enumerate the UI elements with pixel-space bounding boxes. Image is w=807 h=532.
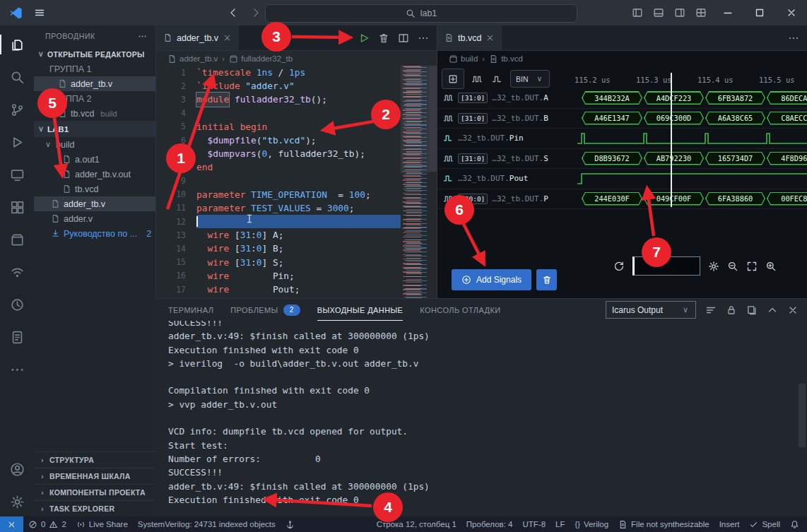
waveform-lane[interactable]: [577, 169, 807, 189]
filter-icon[interactable]: [705, 305, 717, 316]
notifications[interactable]: [785, 516, 804, 532]
lock-icon[interactable]: [726, 305, 737, 316]
refresh-icon[interactable]: [613, 261, 625, 272]
zoom-in-icon[interactable]: [765, 261, 777, 272]
waveform-row[interactable]: [31:0]…32_tb.DUT.BA46E1347069C300DA6A38C…: [437, 109, 807, 129]
breadcrumb[interactable]: build›tb.vcd: [437, 51, 807, 66]
forward-icon[interactable]: [250, 7, 261, 18]
close-tab-icon[interactable]: [485, 33, 495, 42]
sidebar-section[interactable]: ›КОМПОНЕНТЫ ПРОЕКТА: [34, 484, 155, 500]
eol[interactable]: LF: [550, 516, 570, 532]
code-line[interactable]: 9: [156, 175, 401, 188]
code-line[interactable]: 10parameter TIME_OPERATION = 100;: [156, 188, 401, 201]
breadcrumb-item[interactable]: fulladder32_tb: [229, 54, 293, 64]
breadcrumb-item[interactable]: build: [449, 54, 478, 64]
code-line[interactable]: 2`include "adder.v": [156, 79, 401, 93]
customize-layout-icon[interactable]: [695, 7, 707, 18]
remove-signal-button[interactable]: [536, 269, 557, 290]
tree-item[interactable]: adder_tb.v: [34, 196, 155, 211]
minimize-button[interactable]: [712, 0, 743, 25]
problems[interactable]: 02: [23, 516, 71, 532]
maximize-panel-icon[interactable]: [767, 305, 778, 316]
insert-mode[interactable]: Insert: [714, 516, 745, 532]
maximize-button[interactable]: [743, 0, 775, 25]
wave-style-bit-icon[interactable]: [490, 71, 505, 87]
code-line[interactable]: 14 wire [31:0] B;: [156, 242, 401, 255]
code-line[interactable]: 3module fulladder32_tb();: [156, 93, 401, 106]
tree-item[interactable]: ∨build: [34, 137, 155, 152]
activity-timer[interactable]: [0, 288, 34, 321]
add-signals-button[interactable]: Add Signals: [452, 269, 531, 290]
close-window-button[interactable]: [775, 0, 807, 25]
signal-name[interactable]: [31:0]…32_tb.DUT.A: [437, 88, 577, 108]
signal-name[interactable]: …32_tb.DUT.Pout: [437, 169, 577, 189]
wave-style-icon[interactable]: [469, 71, 485, 87]
command-center-search[interactable]: lab1: [265, 4, 577, 23]
waveform-lane[interactable]: 344B232AA4DCF2236FB3A87286DECAD3: [577, 88, 807, 108]
ports[interactable]: [281, 516, 300, 532]
zoom-out-icon[interactable]: [727, 261, 738, 272]
sidebar-more-icon[interactable]: [138, 32, 147, 41]
breadcrumb-item[interactable]: tb.vcd: [489, 54, 523, 64]
signal-name[interactable]: [31:0]…32_tb.DUT.S: [437, 149, 577, 169]
waveform-row[interactable]: …32_tb.DUT.Pin: [437, 129, 807, 149]
panel-tab[interactable]: ВЫХОДНЫЕ ДАННЫЕ: [317, 299, 404, 321]
activity-explorer[interactable]: [0, 28, 34, 61]
panel-scrollbar[interactable]: [799, 384, 806, 447]
waveform-row[interactable]: [30:0]…32_tb.DUT.P244E030F049CF00F6FA388…: [437, 189, 807, 210]
more-actions-icon[interactable]: [418, 32, 429, 44]
format-select[interactable]: BIN ∨: [510, 70, 550, 88]
synthesis-status[interactable]: File not synthesizable: [613, 516, 714, 532]
code-line[interactable]: 12: [156, 215, 401, 228]
waveform-lane[interactable]: A46E1347069C300DA6A38C65C8AECC09: [577, 109, 807, 129]
activity-remote-explorer[interactable]: [0, 158, 34, 191]
waveform-lane[interactable]: 244E030F049CF00F6FA3886000FEC803: [577, 189, 807, 209]
activity-more[interactable]: [0, 353, 34, 386]
tree-item[interactable]: adder.v: [34, 211, 155, 226]
code-line[interactable]: 11parameter TEST_VALUES = 3000;: [156, 201, 401, 215]
breadcrumb-item[interactable]: adder_tb.v: [167, 54, 218, 64]
fit-to-view-icon[interactable]: [746, 261, 758, 272]
activity-source-control[interactable]: [0, 93, 34, 126]
sidebar-section[interactable]: ›TASK EXPLORER: [34, 500, 155, 516]
code-line[interactable]: 17 wire Pout;: [156, 283, 401, 296]
close-tab-icon[interactable]: [223, 33, 232, 42]
activity-project-manager[interactable]: [0, 223, 34, 256]
split-editor-icon[interactable]: [398, 32, 409, 44]
spell-checker[interactable]: Spell: [744, 516, 785, 532]
toggle-panel-icon[interactable]: [653, 7, 664, 18]
trash-icon[interactable]: [378, 32, 389, 44]
remote-indicator[interactable]: [0, 516, 23, 532]
language-mode[interactable]: {}Verilog: [570, 516, 614, 532]
back-icon[interactable]: [228, 7, 239, 18]
output-channel-select[interactable]: Icarus Output ∨: [606, 301, 696, 319]
tree-item[interactable]: Руководство по ...2: [34, 226, 155, 241]
close-panel-icon[interactable]: [787, 305, 799, 316]
code-line[interactable]: 6 $dumpfile("tb.vcd");: [156, 134, 401, 147]
activity-search[interactable]: [0, 61, 34, 93]
toggle-secondary-sidebar-icon[interactable]: [674, 7, 685, 18]
menu-icon[interactable]: [34, 7, 45, 18]
activity-report[interactable]: [0, 321, 34, 353]
activity-accounts[interactable]: [0, 453, 34, 485]
code-line[interactable]: 13 wire [31:0] A;: [156, 228, 401, 242]
tree-item[interactable]: tb.vcd: [34, 182, 155, 196]
waveform-row[interactable]: …32_tb.DUT.Pout: [437, 169, 807, 189]
output-console[interactable]: SUCCESS!!!adder_tb.v:49: $finish called …: [168, 321, 796, 517]
workspace-root[interactable]: ∨ LAB1: [34, 121, 155, 137]
activity-extensions[interactable]: [0, 191, 34, 223]
tab-tb-vcd[interactable]: tb.vcd: [437, 25, 502, 50]
waveform-lane[interactable]: D8B93672AB792230165734D74F8D96DC: [577, 149, 807, 169]
live-share[interactable]: Live Share: [71, 516, 133, 532]
time-marker[interactable]: [671, 73, 672, 207]
open-editors-header[interactable]: ∨ ОТКРЫТЫЕ РЕДАКТОРЫ: [34, 47, 155, 61]
open-in-editor-icon[interactable]: [746, 305, 758, 316]
tab-adder-tb[interactable]: adder_tb.v: [156, 25, 240, 50]
sidebar-section[interactable]: ›СТРУКТУРА: [34, 451, 155, 468]
code-editor[interactable]: 1`timescale 1ns / 1ps2`include "adder.v"…: [156, 66, 401, 298]
encoding[interactable]: UTF-8: [518, 516, 551, 532]
code-line[interactable]: 5initial begin: [156, 120, 401, 134]
code-line[interactable]: 1`timescale 1ns / 1ps: [156, 66, 401, 79]
activity-run-and-debug[interactable]: [0, 126, 34, 158]
code-line[interactable]: 16 wire Pin;: [156, 269, 401, 283]
